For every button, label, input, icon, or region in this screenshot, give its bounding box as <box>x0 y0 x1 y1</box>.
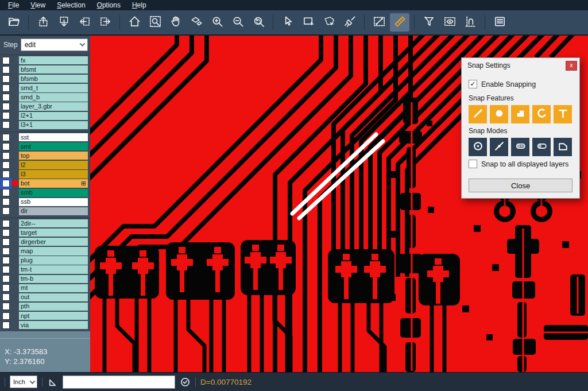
layer-visibility-checkbox[interactable] <box>2 312 10 320</box>
layer-label-bfsmt[interactable]: bfsmt <box>19 65 88 73</box>
layer-visibility-checkbox[interactable] <box>2 152 10 160</box>
layer-visibility-checkbox[interactable] <box>2 247 10 255</box>
enable-snapping-checkbox[interactable] <box>469 80 477 88</box>
view-objects-button[interactable] <box>440 13 459 32</box>
layer-visibility-checkbox[interactable] <box>2 103 10 110</box>
select-rectangle-button[interactable] <box>299 13 318 32</box>
layer-visibility-checkbox[interactable] <box>2 121 10 129</box>
layer-visibility-checkbox[interactable] <box>2 94 10 101</box>
pan-hand-button[interactable] <box>166 13 185 32</box>
layer-label-dirgerber[interactable]: dirgerber <box>19 238 88 246</box>
paste-down-button[interactable] <box>54 13 74 32</box>
layer-visibility-checkbox[interactable] <box>2 229 10 237</box>
layer-label-smd_t[interactable]: smd_t <box>19 84 88 92</box>
layer-visibility-checkbox[interactable] <box>2 189 10 196</box>
layer-label-map[interactable]: map <box>19 247 88 255</box>
ruler-button[interactable] <box>390 13 409 32</box>
layer-label-target[interactable]: target <box>19 229 88 237</box>
layer-label-fx[interactable]: fx <box>19 56 88 64</box>
layer-visibility-checkbox[interactable] <box>2 220 10 227</box>
layer-label-tm-t[interactable]: tm-t <box>19 265 88 273</box>
measure-distance-button[interactable] <box>369 13 389 32</box>
layer-label-l2[interactable]: l2 <box>19 161 88 169</box>
layers-panel-button[interactable] <box>490 13 509 32</box>
layer-visibility-checkbox[interactable] <box>2 322 10 329</box>
open-folder-button[interactable] <box>4 13 24 32</box>
layer-visibility-checkbox[interactable] <box>2 207 10 215</box>
layer-label-smt[interactable]: smt <box>19 142 88 150</box>
snap-feature-arc-button[interactable] <box>532 105 551 123</box>
zoom-in-button[interactable] <box>207 13 227 32</box>
layer-visibility-checkbox[interactable] <box>2 266 10 273</box>
zoom-out-button[interactable] <box>228 13 247 32</box>
layer-label-2dir--[interactable]: 2dir-- <box>19 219 88 227</box>
snap-mode-slot-outline-button[interactable] <box>532 138 551 156</box>
layer-visibility-checkbox[interactable] <box>2 303 10 310</box>
snap-feature-pad-button[interactable] <box>490 105 508 123</box>
layer-visibility-checkbox[interactable] <box>2 171 10 178</box>
snap-feature-line-button[interactable] <box>469 105 487 123</box>
clean-brush-button[interactable] <box>340 13 359 32</box>
select-cursor-button[interactable] <box>278 13 297 32</box>
layer-label-sst[interactable]: sst <box>19 133 88 141</box>
layer-visibility-checkbox[interactable] <box>2 66 10 73</box>
layer-visibility-checkbox[interactable] <box>2 238 10 246</box>
layer-label-dir[interactable]: dir <box>19 207 88 215</box>
layer-label-smb[interactable]: smb <box>19 189 88 197</box>
layer-visibility-checkbox[interactable] <box>2 57 10 64</box>
zoom-previous-button[interactable] <box>249 13 268 32</box>
snap-mode-center-button[interactable] <box>469 138 487 156</box>
layer-visibility-checkbox[interactable] <box>2 143 10 150</box>
snap-mode-line-midpoint-button[interactable] <box>490 138 508 156</box>
layer-label-top[interactable]: top <box>19 152 88 160</box>
layer-visibility-checkbox[interactable] <box>2 75 10 83</box>
paste-up-button[interactable] <box>33 13 53 32</box>
paste-right-button[interactable] <box>95 13 115 32</box>
layer-label-ssb[interactable]: ssb <box>19 198 88 206</box>
snap-feature-text-button[interactable] <box>554 105 572 123</box>
move-view-button[interactable] <box>187 13 206 32</box>
layer-label-l2+1[interactable]: l2+1 <box>19 112 88 120</box>
corner-angle-icon[interactable] <box>47 377 58 388</box>
layer-visibility-checkbox[interactable] <box>2 134 10 141</box>
layer-label-via[interactable]: via <box>19 321 88 329</box>
layer-label-mt[interactable]: mt <box>19 284 88 292</box>
menu-file[interactable]: File <box>2 1 25 10</box>
menu-options[interactable]: Options <box>91 1 126 10</box>
apply-check-icon[interactable] <box>180 377 191 388</box>
paste-left-button[interactable] <box>75 13 94 32</box>
menu-help[interactable]: Help <box>126 1 152 10</box>
layer-label-layer_3.gbr[interactable]: layer_3.gbr <box>19 102 88 110</box>
close-icon[interactable]: x <box>566 61 577 71</box>
layer-label-smd_b[interactable]: smd_b <box>19 93 88 101</box>
layer-visibility-checkbox[interactable] <box>2 284 10 292</box>
measure-input[interactable] <box>63 375 175 389</box>
pcb-canvas[interactable]: Snap Settings x Enable Snapping Snap Fea… <box>90 36 588 372</box>
layer-visibility-checkbox[interactable] <box>2 275 10 282</box>
snap-mode-corner-button[interactable] <box>554 138 572 156</box>
layer-label-bot[interactable]: bot⊞ <box>19 179 88 187</box>
zoom-area-button[interactable] <box>145 13 165 32</box>
home-view-button[interactable] <box>125 13 144 32</box>
filter-button[interactable] <box>419 13 439 32</box>
snap-mode-slot-filled-button[interactable] <box>511 138 529 156</box>
step-select[interactable]: edit <box>21 38 88 51</box>
menu-view[interactable]: View <box>25 1 51 10</box>
dialog-title-bar[interactable]: Snap Settings x <box>462 58 579 73</box>
layer-label-tm-b[interactable]: tm-b <box>19 275 88 283</box>
enable-snapping-row[interactable]: Enable Snapping <box>469 80 572 88</box>
layer-label-npt[interactable]: npt <box>19 312 88 320</box>
unit-select[interactable]: Inch <box>10 375 37 388</box>
all-layers-row[interactable]: Snap to all displayed layers <box>469 160 572 168</box>
layer-label-l3+1[interactable]: l3+1 <box>19 121 88 129</box>
layer-visibility-checkbox[interactable] <box>2 198 10 206</box>
layer-visibility-checkbox[interactable] <box>2 112 10 119</box>
layer-label-out[interactable]: out <box>19 293 88 301</box>
layer-visibility-checkbox[interactable] <box>2 257 10 264</box>
close-button[interactable]: Close <box>469 179 572 192</box>
snap-feature-surface-button[interactable] <box>511 105 529 123</box>
layer-visibility-checkbox[interactable] <box>2 180 10 187</box>
select-polygon-button[interactable] <box>319 13 339 32</box>
snap-all-layers-checkbox[interactable] <box>469 160 477 168</box>
menu-selection[interactable]: Selection <box>51 1 91 10</box>
